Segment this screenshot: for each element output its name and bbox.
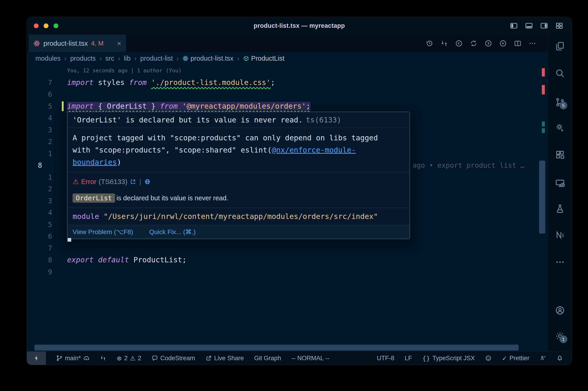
problems-status[interactable]: ⊗ 2 ⚠ 2 [117,355,141,362]
tab-bar: product-list.tsx 4, M × [27,35,572,52]
scm-badge: 5 [560,101,567,109]
sync-icon[interactable] [470,39,478,47]
live-share-status[interactable]: Live Share [206,355,244,362]
gutter-change-indicator [62,101,64,111]
line-number[interactable]: 4 [27,209,57,217]
error-count: 2 [124,355,128,362]
run-file-icon[interactable] [499,39,507,47]
breadcrumb-item-symbol[interactable]: ProductList [243,55,284,62]
github-status[interactable] [485,355,492,361]
chevron-right-icon: › [237,54,239,62]
ruler-error-mark [542,85,545,95]
breadcrumb-item-products[interactable]: products [70,55,96,62]
inline-blame-ghost-text: ago • export product list … [413,159,539,171]
remote-explorer-icon[interactable] [555,178,565,188]
error-code: (TS6133) [99,178,127,186]
line-number[interactable]: 7 [27,244,57,252]
git-compare-status[interactable] [100,355,106,361]
tooltip-resize-grip[interactable] [68,238,71,242]
breadcrumb-item-file[interactable]: product-list.tsx [182,55,233,62]
line-number[interactable]: 1 [27,150,57,158]
navigate-back-icon[interactable] [455,39,463,47]
feedback-icon [540,355,546,361]
branch-status[interactable]: main* [56,355,89,362]
toggle-panel-bottom-icon[interactable] [525,22,533,30]
notifications-status[interactable] [557,355,563,361]
eol-status[interactable]: LF [405,355,412,362]
toggle-panel-right-icon[interactable] [540,22,548,30]
timeline-icon[interactable] [426,39,433,47]
code-row[interactable]: 7import styles from './product-list.modu… [27,77,548,89]
close-button[interactable] [34,23,39,28]
prettier-status[interactable]: ✓ Prettier [502,355,529,362]
code-row[interactable]: 8export default ProductList; [27,254,548,266]
navigate-forward-icon[interactable] [484,39,492,47]
code-row[interactable]: 9 [27,266,548,278]
vertical-scrollbar[interactable] [539,161,545,234]
code-row[interactable]: You, 12 seconds ago | 1 author (You) [27,65,548,77]
line-number[interactable]: 4 [27,114,57,122]
line-number[interactable]: 7 [27,79,57,87]
tab-product-list[interactable]: product-list.tsx 4, M × [29,35,126,52]
breadcrumb-item-src[interactable]: src [105,55,114,62]
minimize-button[interactable] [44,23,48,28]
open-external-icon[interactable] [130,179,136,185]
tooltip-eslint-message: A project tagged with "scope:products" c… [68,128,410,173]
react-file-icon [33,40,40,47]
blame-lens[interactable]: You, 12 seconds ago | 1 author (You) [57,65,182,77]
feedback-status[interactable] [540,355,546,361]
settings-badge: 1 [560,335,567,343]
horizontal-scrollbar[interactable] [34,345,519,351]
breadcrumb-item-lib[interactable]: lib [124,55,131,62]
quick-fix-action[interactable]: Quick Fix... (⌘.) [149,228,196,236]
breadcrumb-item-product-list[interactable]: product-list [140,55,173,62]
copy-files-icon[interactable] [555,41,565,51]
extensions-icon[interactable] [555,150,565,160]
line-number[interactable]: 8 [27,161,57,169]
editor[interactable]: You, 12 seconds ago | 1 author (You)7imp… [27,64,548,352]
bell-icon [557,355,563,361]
additional-views-icon[interactable] [555,257,565,267]
beaker-icon[interactable] [555,203,565,214]
traffic-lights [34,23,58,28]
customize-layout-icon[interactable] [555,22,563,30]
toggle-panel-left-icon[interactable] [510,22,518,30]
view-problem-action[interactable]: View Problem (⌥F8) [73,228,133,236]
nx-console-icon[interactable] [555,230,565,240]
breadcrumb-item-modules[interactable]: modules [35,55,61,62]
vscode-window: product-list.tsx — myreactapp product-li… [27,17,572,365]
gear-run-icon[interactable] [555,122,565,133]
source-control-icon[interactable]: 5 [555,97,565,107]
line-number[interactable]: 6 [27,90,57,98]
remote-indicator[interactable] [27,352,46,365]
line-number[interactable]: 8 [27,256,57,264]
encoding-status[interactable]: UTF-8 [377,355,394,362]
line-number[interactable]: 1 [27,173,57,181]
line-number[interactable]: 5 [27,220,57,229]
line-number[interactable]: 9 [27,268,57,276]
compare-changes-icon[interactable] [440,39,448,47]
language-status[interactable]: {} TypeScript JSX [422,355,475,362]
tab-close-icon[interactable]: × [117,40,121,47]
line-number[interactable]: 3 [27,197,57,205]
split-editor-icon[interactable] [514,39,522,47]
more-actions-icon[interactable] [528,39,536,47]
git-graph-status[interactable]: Git Graph [254,355,281,362]
ruler-info-mark [542,128,545,133]
line-number[interactable]: 3 [27,126,57,134]
line-number[interactable]: 2 [27,138,57,146]
zoom-button[interactable] [54,23,58,28]
line-number[interactable]: 6 [27,232,57,240]
globe-icon[interactable] [144,179,151,185]
code-row[interactable]: 6 [27,89,548,100]
line-number[interactable]: 5 [27,102,57,110]
cloud-upload-icon [83,355,89,361]
code-row[interactable]: 7 [27,242,548,254]
code-row[interactable]: 5import { OrderList } from '@myreactapp/… [27,100,548,112]
line-number[interactable]: 2 [27,185,57,193]
account-icon[interactable] [555,305,565,315]
codestream-status[interactable]: CodeStream [152,355,195,362]
search-icon[interactable] [555,68,565,78]
tooltip-ts-source: ts(6133) [306,115,341,124]
settings-gear-icon[interactable]: 1 [555,331,565,341]
